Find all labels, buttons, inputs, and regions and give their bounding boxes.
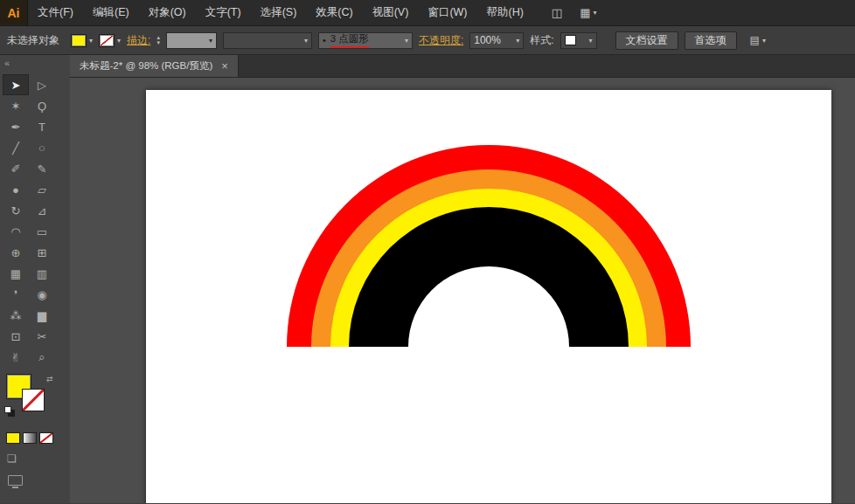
tool-artboard-tool-icon[interactable]: ⊡ — [3, 326, 29, 347]
brush-definition-combo[interactable]: • 3 点圆形 ▾ — [318, 32, 413, 49]
stepper-down-icon: ▾ — [156, 40, 160, 45]
style-label: 样式: — [530, 33, 553, 48]
menu-bar: Ai 文件(F) 编辑(E) 对象(O) 文字(T) 选择(S) 效果(C) 视… — [0, 0, 855, 26]
color-mode-buttons — [6, 432, 70, 444]
tool-magic-wand-icon[interactable]: ✶ — [3, 95, 29, 116]
tool-selection-icon[interactable]: ➤ — [3, 74, 29, 95]
panel-menu-icon: ▤ — [750, 34, 760, 46]
stroke-color-picker[interactable]: ▾ — [99, 34, 121, 47]
stroke-weight-combo[interactable]: ▾ — [166, 32, 217, 49]
arrange-documents-icon: ◫ — [552, 6, 562, 19]
control-bar: 未选择对象 ▾ ▾ 描边: ▴ ▾ ▾ ▾ • 3 点圆形 ▾ 不透明度: 10… — [0, 26, 855, 55]
workspace-switcher[interactable]: ▦ ▾ — [575, 4, 601, 21]
menu-help[interactable]: 帮助(H) — [477, 0, 533, 25]
fill-stroke-widget: ⇄ — [3, 375, 62, 420]
tool-width-tool-icon[interactable]: ◠ — [3, 221, 29, 242]
brush-name: 3 点圆形 — [330, 32, 369, 48]
tool-type-icon[interactable]: T — [29, 116, 55, 137]
tool-mesh-icon[interactable]: ▦ — [3, 263, 29, 284]
stroke-weight-stepper[interactable]: ▴ ▾ — [156, 35, 160, 45]
fill-swatch-icon — [71, 34, 87, 47]
document-tab-bar: 未标题-2* @ 98% (RGB/预览) × — [70, 55, 855, 78]
chevron-down-icon: ▾ — [117, 37, 121, 45]
tools-grid: ➤▷✶Ϙ✒T╱○✐✎●▱↻⊿◠▭⊕⊞▦▥❜◉⁂▆⊡✂✌⌕ — [3, 74, 70, 368]
tool-direct-selection-icon[interactable]: ▷ — [29, 74, 55, 95]
tool-pen-icon[interactable]: ✒ — [3, 116, 29, 137]
canvas[interactable] — [70, 78, 855, 503]
tool-scale-icon[interactable]: ⊿ — [29, 200, 55, 221]
control-panel-menu-button[interactable]: ▤ ▾ — [750, 34, 766, 46]
document-setup-button[interactable]: 文档设置 — [615, 31, 678, 50]
tool-rotate-icon[interactable]: ↻ — [3, 200, 29, 221]
chevron-down-icon: ▾ — [304, 37, 308, 45]
menu-file[interactable]: 文件(F) — [28, 0, 83, 25]
tool-symbol-sprayer-icon[interactable]: ⁂ — [3, 305, 29, 326]
stroke-none-swatch-icon — [99, 34, 115, 47]
color-button[interactable] — [6, 432, 20, 444]
tool-free-transform-icon[interactable]: ▭ — [29, 221, 55, 242]
chevron-down-icon: ▾ — [405, 37, 408, 45]
tool-hand-icon[interactable]: ✌ — [3, 347, 29, 368]
artboard — [146, 90, 831, 503]
chevron-down-icon: ▾ — [593, 9, 596, 17]
menu-effect[interactable]: 效果(C) — [306, 0, 362, 25]
rainbow-artwork[interactable] — [146, 90, 831, 503]
tab-close-icon[interactable]: × — [221, 60, 228, 72]
drawing-modes-button[interactable]: ❏ — [7, 452, 70, 465]
tab-title: 未标题-2* @ 98% (RGB/预览) — [80, 59, 212, 72]
variable-width-profile-combo[interactable]: ▾ — [223, 32, 312, 49]
menu-object[interactable]: 对象(O) — [139, 0, 196, 25]
tool-eyedropper-icon[interactable]: ❜ — [3, 284, 29, 305]
tool-ellipse-icon[interactable]: ○ — [29, 137, 55, 158]
tool-gradient-icon[interactable]: ▥ — [29, 263, 55, 284]
tool-zoom-icon[interactable]: ⌕ — [29, 347, 55, 368]
tool-blend-icon[interactable]: ◉ — [29, 284, 55, 305]
menu-edit[interactable]: 编辑(E) — [83, 0, 139, 25]
chevron-down-icon: ▾ — [89, 37, 93, 45]
style-combo[interactable]: ▾ — [560, 32, 597, 49]
workspace-icon: ▦ — [580, 6, 590, 19]
chevron-down-icon: ▾ — [516, 37, 519, 45]
tool-line-segment-icon[interactable]: ╱ — [3, 137, 29, 158]
style-swatch-icon — [565, 35, 576, 45]
preferences-button[interactable]: 首选项 — [685, 31, 737, 50]
tool-perspective-grid-icon[interactable]: ⊞ — [29, 242, 55, 263]
chevron-down-icon: ▾ — [762, 37, 766, 45]
document-tab[interactable]: 未标题-2* @ 98% (RGB/预览) × — [70, 55, 239, 77]
opacity-label[interactable]: 不透明度: — [419, 33, 463, 48]
tool-column-graph-icon[interactable]: ▆ — [29, 305, 55, 326]
brush-preview-dot-icon: • — [323, 35, 326, 45]
gradient-button[interactable] — [23, 432, 37, 444]
stroke-color-well[interactable] — [22, 389, 45, 411]
tool-blob-brush-icon[interactable]: ● — [3, 179, 29, 200]
opacity-combo[interactable]: 100% ▾ — [469, 32, 524, 49]
stroke-weight-label[interactable]: 描边: — [127, 33, 150, 48]
none-button[interactable] — [39, 432, 53, 444]
fill-color-picker[interactable]: ▾ — [71, 34, 93, 47]
default-fill-stroke-icon[interactable] — [4, 406, 11, 413]
tool-paintbrush-icon[interactable]: ✐ — [3, 158, 29, 179]
menu-window[interactable]: 窗口(W) — [418, 0, 476, 25]
tool-shape-builder-icon[interactable]: ⊕ — [3, 242, 29, 263]
menu-type[interactable]: 文字(T) — [196, 0, 251, 25]
swap-fill-stroke-icon[interactable]: ⇄ — [46, 375, 53, 383]
chevron-down-icon: ▾ — [209, 37, 212, 45]
tool-slice-icon[interactable]: ✂ — [29, 326, 55, 347]
panel-collapse-toggle[interactable]: « — [0, 55, 70, 74]
screen-mode-button[interactable] — [8, 475, 23, 486]
menu-select[interactable]: 选择(S) — [251, 0, 307, 25]
tools-panel: « ➤▷✶Ϙ✒T╱○✐✎●▱↻⊿◠▭⊕⊞▦▥❜◉⁂▆⊡✂✌⌕ ⇄ ❏ — [0, 55, 70, 503]
chevron-down-icon: ▾ — [589, 37, 593, 45]
arrange-documents-button[interactable]: ◫ — [547, 4, 567, 21]
tool-pencil-icon[interactable]: ✎ — [29, 158, 55, 179]
tool-eraser-icon[interactable]: ▱ — [29, 179, 55, 200]
menu-view[interactable]: 视图(V) — [363, 0, 419, 25]
app-logo: Ai — [0, 0, 28, 25]
opacity-value: 100% — [474, 34, 501, 46]
tool-lasso-icon[interactable]: Ϙ — [29, 95, 55, 116]
selection-status: 未选择对象 — [7, 33, 59, 48]
